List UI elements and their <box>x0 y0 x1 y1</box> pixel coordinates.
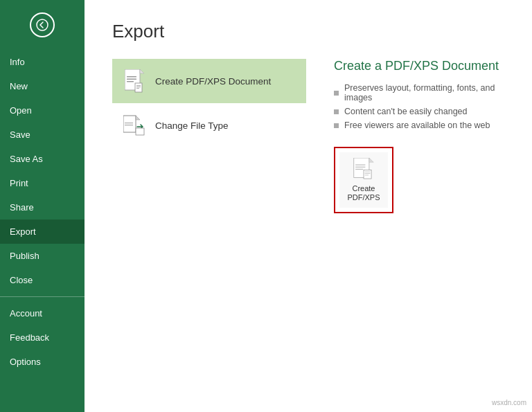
svg-rect-4 <box>127 76 136 78</box>
svg-rect-11 <box>123 116 136 132</box>
sidebar-item-open[interactable]: Open <box>0 98 85 123</box>
sidebar-item-close[interactable]: Close <box>0 268 85 292</box>
svg-marker-17 <box>369 158 373 162</box>
page-title: Export <box>112 21 504 42</box>
svg-rect-15 <box>136 128 144 135</box>
create-pdf-button-label: Create PDF/XPS <box>347 184 380 202</box>
create-pdf-button[interactable]: Create PDF/XPS <box>339 152 388 208</box>
bullet-icon-2 <box>334 109 339 114</box>
svg-rect-5 <box>127 79 136 80</box>
svg-rect-8 <box>136 85 141 86</box>
sidebar-item-save-as[interactable]: Save As <box>0 147 85 171</box>
detail-title: Create a PDF/XPS Document <box>334 59 504 73</box>
sidebar-item-print[interactable]: Print <box>0 171 85 195</box>
sidebar-item-export[interactable]: Export <box>0 220 85 244</box>
main-content: Export <box>85 0 532 412</box>
export-body: Create PDF/XPS Document Ch <box>112 59 504 213</box>
svg-rect-9 <box>136 87 141 87</box>
svg-point-0 <box>37 19 48 30</box>
create-pdf-button-wrapper: Create PDF/XPS <box>334 147 393 213</box>
sidebar-item-save[interactable]: Save <box>0 123 85 147</box>
svg-rect-22 <box>365 172 371 172</box>
svg-rect-24 <box>365 175 369 176</box>
back-button[interactable] <box>0 0 85 50</box>
create-pdf-option[interactable]: Create PDF/XPS Document <box>112 59 306 103</box>
create-pdf-icon <box>123 69 145 93</box>
sidebar-item-options[interactable]: Options <box>0 350 85 374</box>
pdf-document-icon <box>125 69 144 93</box>
sidebar-divider <box>0 296 85 297</box>
svg-marker-3 <box>140 69 144 73</box>
back-circle-icon <box>30 12 55 37</box>
change-file-icon <box>123 113 145 138</box>
svg-rect-23 <box>365 173 371 174</box>
change-file-option[interactable]: Change File Type <box>112 103 306 147</box>
sidebar: Info New Open Save Save As Print Share E… <box>0 0 85 412</box>
sidebar-item-new[interactable]: New <box>0 74 85 98</box>
svg-rect-6 <box>127 81 134 82</box>
sidebar-item-info[interactable]: Info <box>0 50 85 74</box>
bullet-icon-1 <box>334 91 339 96</box>
create-pdf-button-icon <box>351 158 376 180</box>
svg-rect-14 <box>125 125 133 125</box>
sidebar-nav: Info New Open Save Save As Print Share E… <box>0 50 85 412</box>
create-pdf-label: Create PDF/XPS Document <box>155 76 271 87</box>
export-options-list: Create PDF/XPS Document Ch <box>112 59 306 213</box>
arrow-left-icon <box>36 19 48 31</box>
bullet-icon-3 <box>334 123 339 128</box>
change-file-doc-icon <box>123 114 145 136</box>
detail-bullet-2: Content can't be easily changed <box>334 107 504 116</box>
detail-bullet-3: Free viewers are available on the web <box>334 120 504 130</box>
svg-marker-12 <box>136 116 140 120</box>
change-file-label: Change File Type <box>155 120 229 131</box>
sidebar-item-share[interactable]: Share <box>0 195 85 220</box>
svg-rect-18 <box>355 164 365 165</box>
svg-rect-20 <box>355 169 363 170</box>
svg-rect-21 <box>364 170 371 179</box>
sidebar-item-feedback[interactable]: Feedback <box>0 325 85 350</box>
svg-rect-13 <box>125 123 133 123</box>
sidebar-item-publish[interactable]: Publish <box>0 244 85 268</box>
detail-bullets-list: Preserves layout, formatting, fonts, and… <box>334 83 504 130</box>
detail-bullet-1: Preserves layout, formatting, fonts, and… <box>334 83 504 102</box>
export-detail-panel: Create a PDF/XPS Document Preserves layo… <box>334 59 504 213</box>
svg-rect-19 <box>355 167 365 168</box>
sidebar-item-account[interactable]: Account <box>0 301 85 325</box>
sidebar-bottom: Account Feedback Options <box>0 301 85 381</box>
svg-rect-10 <box>136 88 139 89</box>
svg-rect-7 <box>135 83 142 92</box>
